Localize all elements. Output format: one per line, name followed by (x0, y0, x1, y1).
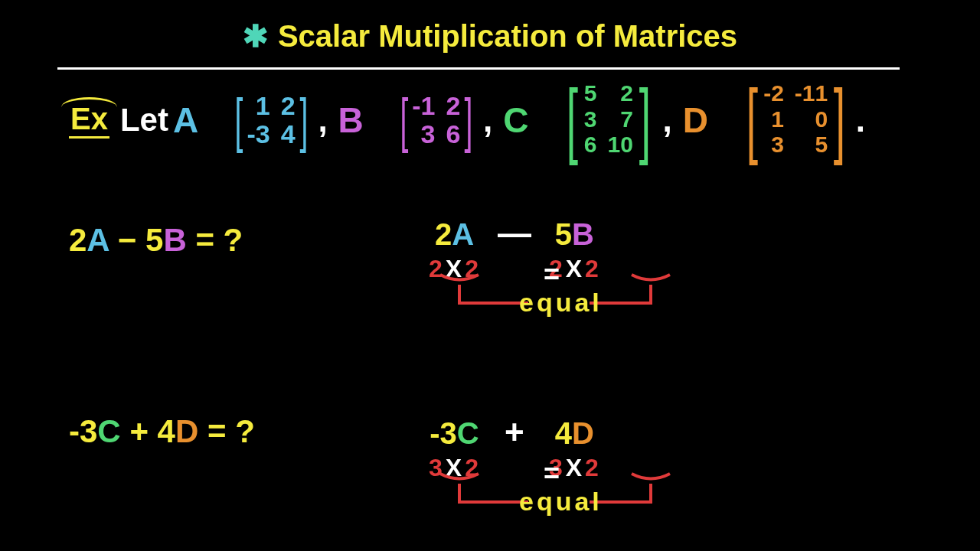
work-1: 2A 2X2 — 5B 2X2 = equal (429, 214, 600, 283)
title-text: Scalar Mutiplication of Matrices (278, 19, 737, 53)
asterisk-icon: ✱ (243, 19, 269, 53)
equals-sign: = (544, 259, 560, 291)
matrix-B: [ -12 36 ] (396, 93, 478, 148)
equals-sign: = (204, 101, 224, 139)
equal-label: equal (519, 487, 603, 517)
matrix-C-label: C (503, 99, 528, 141)
period: . (856, 101, 865, 139)
problem-1: 2A − 5B = ? (69, 222, 243, 259)
page-title: ✱Scalar Mutiplication of Matrices (0, 18, 980, 54)
comma: , (662, 101, 671, 139)
matrix-B-label: B (338, 99, 364, 141)
comma: , (483, 101, 492, 139)
comma: , (318, 101, 327, 139)
plus-op: + (480, 413, 549, 452)
let-label: Let (120, 102, 168, 139)
minus-op: — (480, 214, 549, 253)
equals-sign: = (370, 101, 390, 139)
equals-sign: = (544, 458, 560, 490)
matrix-definitions: Ex Let A = [ 12 -34 ] , B = [ -12 36 ] ,… (69, 83, 865, 158)
matrix-D-label: D (683, 99, 708, 141)
matrix-D: [ -2-11 10 35 ] (740, 81, 851, 157)
problem-2: -3C + 4D = ? (69, 413, 255, 450)
title-underline (57, 67, 900, 70)
equal-label: equal (519, 288, 603, 318)
matrix-A: [ 12 -34 ] (230, 93, 312, 148)
matrix-A-label: A (173, 99, 198, 141)
equals-sign: = (714, 101, 734, 139)
example-badge: Ex (69, 102, 109, 139)
matrix-C: [ 52 37 610 ] (560, 81, 656, 157)
work-2: -3C 3X2 + 4D 3X2 = equal (429, 413, 600, 482)
equals-sign: = (535, 101, 555, 139)
